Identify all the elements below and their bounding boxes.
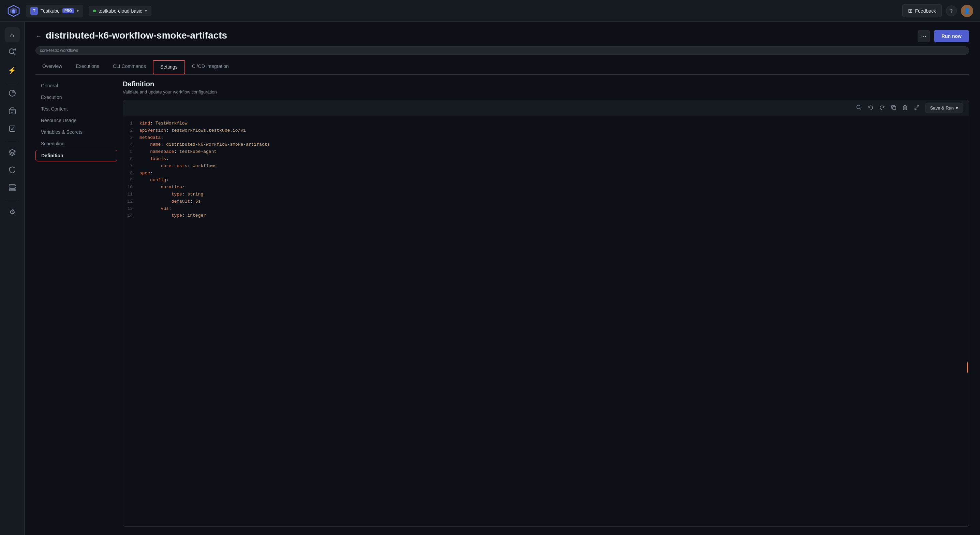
svg-rect-11 [10, 126, 15, 131]
feedback-button[interactable]: ⊞ Feedback [902, 5, 942, 17]
topbar: T Testkube PRO ▾ testkube-cloud-basic ▾ … [0, 0, 980, 22]
svg-rect-18 [903, 106, 907, 110]
home-icon: ⌂ [10, 31, 14, 39]
tasks-icon [8, 125, 16, 134]
lightning-icon: ⚡ [8, 66, 16, 74]
redo-icon[interactable] [878, 104, 886, 113]
search-icon[interactable] [855, 104, 863, 113]
sidebar-item-layers[interactable] [5, 145, 20, 160]
sidebar-item-security[interactable] [5, 163, 20, 178]
code-line-5: namespace: testkube-agent [140, 149, 963, 156]
tab-cicd[interactable]: CI/CD Integration [185, 60, 235, 75]
definition-header: Definition Validate and update your work… [123, 80, 969, 94]
settings-nav-general[interactable]: General [35, 80, 117, 91]
code-line-13: vus: [140, 205, 963, 212]
code-line-3: metadata: [140, 134, 963, 142]
workspace-chevron-icon: ▾ [77, 8, 79, 13]
settings-nav-resource-usage[interactable]: Resource Usage [35, 115, 117, 126]
pro-badge: PRO [62, 8, 74, 13]
more-options-button[interactable]: ⋯ [918, 30, 930, 42]
help-icon: ? [950, 8, 953, 14]
tabs: Overview Executions CLI Commands Setting… [35, 60, 969, 75]
scroll-indicator [967, 363, 968, 372]
sidebar-item-database[interactable] [5, 181, 20, 196]
settings-content: Definition Validate and update your work… [117, 75, 969, 527]
sidebar-divider-1 [6, 82, 18, 82]
svg-rect-14 [9, 189, 15, 191]
code-content: kind: TestWorkflow apiVersion: testworkf… [140, 120, 969, 219]
tag-badge: core-tests: workflows [35, 46, 969, 54]
save-run-label: Save & Run [930, 105, 954, 110]
code-line-4: name: distributed-k6-workflow-smoke-arti… [140, 141, 963, 149]
sidebar-item-settings[interactable]: ⚙ [5, 204, 20, 219]
run-now-button[interactable]: Run now [934, 30, 969, 42]
code-line-10: duration: [140, 184, 963, 191]
env-name: testkube-cloud-basic [99, 8, 142, 14]
settings-nav-variables-secrets[interactable]: Variables & Secrets [35, 126, 117, 137]
sidebar-item-test-triggers[interactable] [5, 45, 20, 60]
workspace-letter: T [30, 7, 38, 15]
code-line-6: labels: [140, 156, 963, 163]
feedback-label: Feedback [915, 8, 936, 14]
sidebar-divider-3 [6, 200, 18, 200]
main-layout: ⌂ ⚡ [0, 22, 980, 535]
svg-line-16 [860, 108, 861, 110]
settings-nav-scheduling[interactable]: Scheduling [35, 138, 117, 149]
save-run-chevron-icon: ▾ [956, 105, 958, 110]
sidebar-item-artifacts[interactable] [5, 104, 20, 119]
sidebar: ⌂ ⚡ [0, 22, 25, 535]
tab-cli-commands[interactable]: CLI Commands [106, 60, 153, 75]
sidebar-item-tasks[interactable] [5, 122, 20, 137]
code-line-9: config: [140, 177, 963, 184]
copy-icon[interactable] [889, 104, 898, 113]
tab-overview[interactable]: Overview [35, 60, 69, 75]
back-button[interactable]: ← [35, 33, 41, 40]
svg-rect-8 [9, 109, 15, 114]
code-lines: 1 2 3 4 5 6 7 8 9 10 11 [123, 116, 969, 224]
code-line-12: default: 5s [140, 198, 963, 205]
env-chevron-icon: ▾ [145, 8, 147, 13]
help-button[interactable]: ? [946, 5, 957, 16]
topbar-right: ⊞ Feedback ? 👤 [902, 5, 973, 17]
tab-settings[interactable]: Settings [153, 60, 185, 74]
editor-body[interactable]: 1 2 3 4 5 6 7 8 9 10 11 [123, 116, 969, 527]
reports-icon [8, 89, 16, 99]
svg-line-4 [13, 53, 15, 55]
sidebar-item-lightning[interactable]: ⚡ [5, 63, 20, 78]
avatar[interactable]: 👤 [961, 5, 973, 17]
code-line-11: type: string [140, 191, 963, 198]
sidebar-item-reports[interactable] [5, 86, 20, 101]
page-header: ← distributed-k6-workflow-smoke-artifact… [35, 30, 969, 42]
page-title: distributed-k6-workflow-smoke-artifacts [46, 30, 227, 41]
editor-toolbar: Save & Run ▾ [123, 100, 969, 116]
editor-toolbar-icons [855, 104, 921, 113]
workspace-name: Testkube [41, 8, 60, 14]
svg-rect-17 [893, 107, 896, 110]
more-icon: ⋯ [921, 33, 926, 40]
logo [7, 4, 21, 18]
expand-icon[interactable] [913, 104, 921, 113]
save-run-button[interactable]: Save & Run ▾ [925, 103, 963, 113]
settings-sidebar: General Execution Test Content Resource … [35, 75, 117, 527]
settings-nav-definition[interactable]: Definition [35, 150, 117, 161]
tab-executions[interactable]: Executions [69, 60, 106, 75]
sidebar-item-home[interactable]: ⌂ [5, 27, 20, 42]
security-icon [8, 166, 16, 176]
code-line-14: type: integer [140, 212, 963, 219]
code-editor: Save & Run ▾ 1 2 3 4 5 6 [123, 100, 969, 527]
page-header-left: ← distributed-k6-workflow-smoke-artifact… [35, 30, 227, 41]
settings-nav-execution[interactable]: Execution [35, 92, 117, 103]
feedback-grid-icon: ⊞ [908, 8, 913, 14]
code-line-1: kind: TestWorkflow [140, 120, 963, 127]
definition-title: Definition [123, 80, 969, 88]
env-status-dot [93, 10, 96, 12]
workspace-selector[interactable]: T Testkube PRO ▾ [26, 5, 83, 17]
env-selector[interactable]: testkube-cloud-basic ▾ [89, 6, 151, 16]
paste-icon[interactable] [901, 104, 909, 113]
layers-icon [8, 149, 16, 158]
content-area: ← distributed-k6-workflow-smoke-artifact… [25, 22, 980, 535]
undo-icon[interactable] [867, 104, 875, 113]
code-line-7: core-tests: workflows [140, 163, 963, 170]
settings-nav-test-content[interactable]: Test Content [35, 104, 117, 114]
line-numbers: 1 2 3 4 5 6 7 8 9 10 11 [123, 120, 140, 219]
